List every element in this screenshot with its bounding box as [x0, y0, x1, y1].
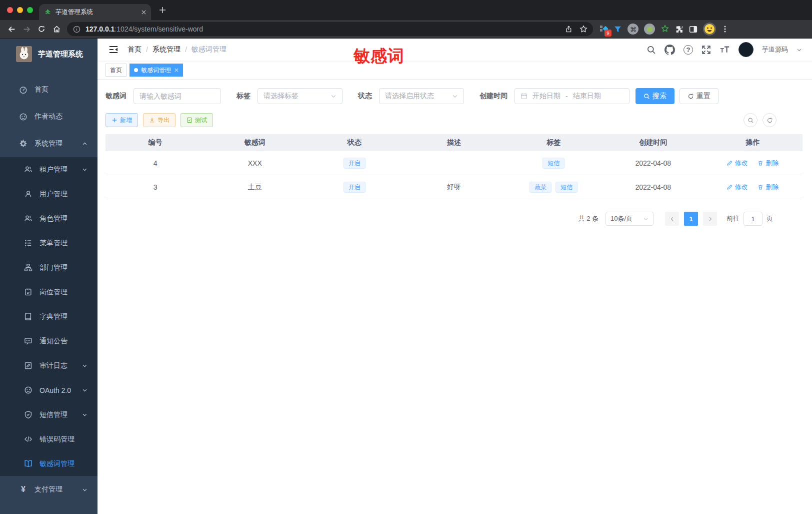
- sidebar-item-home[interactable]: 首页: [0, 76, 98, 103]
- extension-badge: 9: [604, 30, 612, 37]
- next-page-button[interactable]: [703, 212, 717, 226]
- sidebar-item-label: 系统管理: [34, 139, 62, 148]
- sidebar-item-author[interactable]: 作者动态: [0, 103, 98, 130]
- forward-button[interactable]: [19, 22, 34, 37]
- sidebar-item-label: 角色管理: [40, 214, 68, 223]
- site-info-icon[interactable]: [73, 26, 80, 33]
- pagination-total: 共 2 条: [578, 214, 598, 223]
- sidebar-item-tenant[interactable]: 租户管理: [0, 157, 98, 182]
- sidebar-item-label: 字典管理: [40, 312, 68, 321]
- delete-link[interactable]: 删除: [758, 183, 778, 192]
- add-button[interactable]: 新增: [106, 113, 138, 127]
- page-number-1[interactable]: 1: [684, 212, 698, 226]
- command-extension-icon[interactable]: [628, 24, 638, 35]
- export-button[interactable]: 导出: [143, 113, 176, 127]
- close-window-button[interactable]: [7, 7, 13, 13]
- test-button[interactable]: 测试: [180, 113, 213, 127]
- sidebar-item-label: 短信管理: [40, 410, 68, 419]
- breadcrumb: 首页 / 系统管理 / 敏感词管理: [128, 45, 226, 54]
- recorder-extension-icon[interactable]: [644, 24, 655, 35]
- sidebar-item-sensitive-word[interactable]: 敏感词管理: [0, 451, 98, 476]
- edit-link[interactable]: 修改: [726, 159, 748, 168]
- breadcrumb-home[interactable]: 首页: [128, 45, 142, 54]
- refresh-table-button[interactable]: [762, 113, 776, 127]
- prev-page-button[interactable]: [665, 212, 679, 226]
- sidebar-item-errorcode[interactable]: 错误码管理: [0, 427, 98, 451]
- search-icon[interactable]: [646, 45, 656, 55]
- search-icon: [748, 117, 754, 124]
- tab-close-icon[interactable]: [142, 10, 146, 15]
- sidebar-menu: 首页 作者动态 系统管理 租户管理: [0, 76, 98, 503]
- sidebar-item-oauth[interactable]: OAuth 2.0: [0, 378, 98, 402]
- fullscreen-icon[interactable]: [702, 45, 711, 55]
- status-select[interactable]: 请选择启用状态: [379, 88, 464, 104]
- search-button[interactable]: 搜索: [636, 88, 674, 104]
- tag-close-icon[interactable]: [174, 68, 178, 72]
- delete-link[interactable]: 删除: [758, 159, 778, 168]
- tab-manager-extension-icon[interactable]: 9: [599, 25, 608, 34]
- sidebar-item-dept[interactable]: 部门管理: [0, 255, 98, 280]
- user-name[interactable]: 芋道源码: [762, 45, 788, 54]
- sidebar-toggle-icon[interactable]: [108, 45, 118, 55]
- bookmark-star-icon[interactable]: [576, 22, 591, 37]
- user-caret-down-icon[interactable]: [796, 47, 802, 53]
- reload-button[interactable]: [34, 22, 49, 37]
- page-size-select[interactable]: 10条/页: [606, 212, 654, 226]
- minimize-window-button[interactable]: [17, 7, 23, 13]
- sidebar-item-system[interactable]: 系统管理: [0, 130, 98, 157]
- sidebar-item-pay[interactable]: ¥ 支付管理: [0, 476, 98, 503]
- sidebar-item-label: 租户管理: [40, 165, 68, 174]
- share-icon[interactable]: [561, 22, 576, 37]
- sidebar: 芋道管理系统 首页 作者动态 系统管理: [0, 39, 98, 514]
- reset-button[interactable]: 重置: [680, 88, 718, 104]
- tag-select[interactable]: 请选择标签: [258, 88, 342, 104]
- new-tab-button[interactable]: [159, 7, 166, 14]
- home-button[interactable]: [49, 22, 64, 37]
- sidebar-item-dict[interactable]: 字典管理: [0, 304, 98, 329]
- browser-tab[interactable]: 芋道管理系统: [39, 4, 151, 20]
- app-logo: [16, 46, 32, 62]
- table-row: 4 XXX 开启 短信 2022-04-08 修改: [106, 151, 802, 175]
- keyword-input[interactable]: [140, 92, 215, 100]
- toggle-search-button[interactable]: [744, 113, 758, 127]
- sidebar-item-post[interactable]: 岗位管理: [0, 280, 98, 304]
- date-range-picker[interactable]: 开始日期 - 结束日期: [514, 88, 630, 104]
- back-button[interactable]: [4, 22, 19, 37]
- browser-profile-avatar[interactable]: [703, 23, 716, 36]
- sidebar-item-role[interactable]: 角色管理: [0, 206, 98, 231]
- goto-label: 前往: [726, 214, 740, 223]
- edit-link[interactable]: 修改: [726, 183, 748, 192]
- filter-extension-icon[interactable]: [614, 25, 622, 34]
- goto-page-input[interactable]: [744, 212, 762, 226]
- pagination: 共 2 条 10条/页 1 前往 页: [106, 212, 773, 226]
- sidebar-item-user[interactable]: 用户管理: [0, 182, 98, 206]
- xpath-extension-icon[interactable]: [660, 25, 670, 34]
- sidebar-logo-row[interactable]: 芋道管理系统: [0, 43, 98, 65]
- sidebar-item-label: 首页: [34, 85, 48, 94]
- zoom-window-button[interactable]: [27, 7, 33, 13]
- plus-icon: [112, 117, 118, 123]
- table-header-row: 编号 敏感词 状态 描述 标签 创建时间 操作: [106, 134, 802, 151]
- sidebar-item-label: 用户管理: [40, 190, 68, 199]
- tag-tab-sensitive-word[interactable]: 敏感词管理: [130, 64, 183, 77]
- breadcrumb-system[interactable]: 系统管理: [152, 45, 180, 54]
- url-bar[interactable]: 127.0.0.1:1024/system/sensitive-word: [67, 22, 593, 36]
- tag-badge: 蔬菜: [530, 182, 552, 193]
- create-time-label: 创建时间: [480, 92, 508, 101]
- sidebar-item-sms[interactable]: 短信管理: [0, 402, 98, 427]
- side-panel-icon[interactable]: [689, 25, 698, 34]
- search-button-label: 搜索: [652, 92, 666, 101]
- tag-tab-home[interactable]: 首页: [106, 64, 126, 77]
- user-avatar[interactable]: [738, 42, 754, 57]
- sidebar-item-menu-mgmt[interactable]: 菜单管理: [0, 231, 98, 255]
- sidebar-item-notice[interactable]: 通知公告: [0, 329, 98, 353]
- url-path: :1024/system/sensitive-word: [114, 25, 203, 33]
- help-icon[interactable]: ?: [684, 45, 693, 55]
- github-icon[interactable]: [664, 45, 675, 55]
- extensions-puzzle-icon[interactable]: [675, 25, 684, 34]
- browser-menu-kebab-icon[interactable]: [722, 25, 728, 33]
- font-size-icon[interactable]: [720, 45, 730, 55]
- cell-word: 土豆: [205, 175, 304, 199]
- chevron-down-icon: [643, 216, 648, 222]
- sidebar-item-audit-log[interactable]: 审计日志: [0, 353, 98, 378]
